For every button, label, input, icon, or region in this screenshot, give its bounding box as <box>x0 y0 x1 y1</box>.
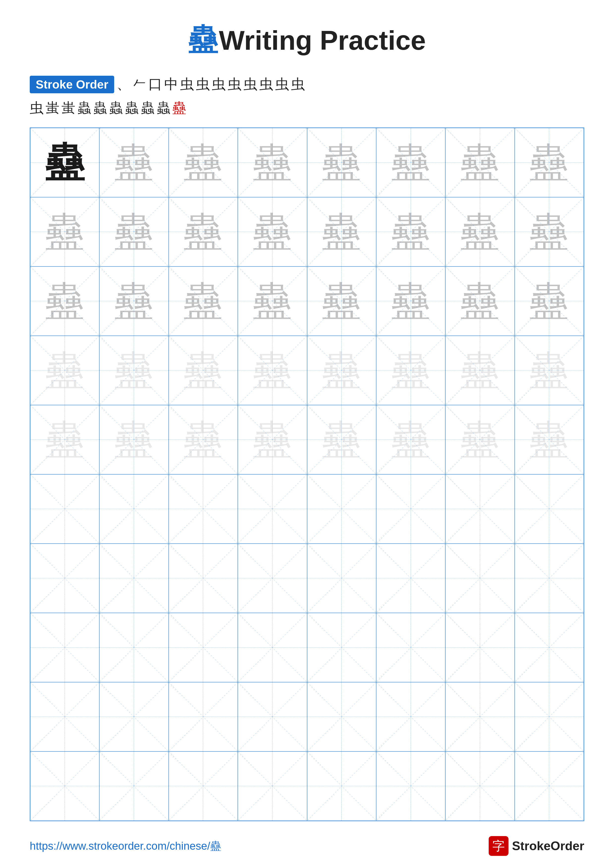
svg-line-120 <box>307 613 376 682</box>
grid-cell-r10c3[interactable] <box>169 752 238 821</box>
grid-cell-r1c3[interactable]: 蠱 <box>169 128 238 197</box>
grid-cell-r2c1[interactable]: 蠱 <box>30 197 99 267</box>
grid-cell-r9c4[interactable] <box>238 682 307 752</box>
grid-cell-r6c1[interactable] <box>30 474 99 544</box>
grid-cell-r5c7[interactable]: 蠱 <box>445 405 515 474</box>
svg-line-138 <box>376 682 445 751</box>
grid-cell-r4c2[interactable]: 蠱 <box>99 336 168 405</box>
grid-cell-r10c1[interactable] <box>30 752 99 821</box>
grid-cell-r10c8[interactable] <box>515 752 584 821</box>
grid-cell-r3c7[interactable]: 蠱 <box>445 267 515 336</box>
practice-char-guide: 蠱 <box>322 212 361 252</box>
grid-cell-r6c6[interactable] <box>376 474 445 544</box>
grid-cell-r2c7[interactable]: 蠱 <box>445 197 515 267</box>
grid-cell-r5c5[interactable]: 蠱 <box>307 405 376 474</box>
grid-cell-r5c8[interactable]: 蠱 <box>515 405 584 474</box>
svg-line-114 <box>99 613 168 682</box>
grid-cell-r8c5[interactable] <box>307 613 376 682</box>
svg-line-152 <box>307 752 376 820</box>
grid-cell-r2c4[interactable]: 蠱 <box>238 197 307 267</box>
grid-cell-r1c4[interactable]: 蠱 <box>238 128 307 197</box>
grid-cell-r5c2[interactable]: 蠱 <box>99 405 168 474</box>
svg-line-111 <box>515 544 583 613</box>
grid-cell-r7c2[interactable] <box>99 544 168 613</box>
practice-char-guide: 蠱 <box>45 212 85 252</box>
grid-cell-r3c1[interactable]: 蠱 <box>30 267 99 336</box>
grid-cell-r4c7[interactable]: 蠱 <box>445 336 515 405</box>
grid-cell-r3c4[interactable]: 蠱 <box>238 267 307 336</box>
grid-cell-r5c6[interactable]: 蠱 <box>376 405 445 474</box>
svg-line-93 <box>446 474 514 543</box>
grid-cell-r7c4[interactable] <box>238 544 307 613</box>
grid-cell-r1c7[interactable]: 蠱 <box>445 128 515 197</box>
grid-cell-r9c2[interactable] <box>99 682 168 752</box>
grid-cell-r8c8[interactable] <box>515 613 584 682</box>
grid-cell-r7c6[interactable] <box>376 544 445 613</box>
grid-cell-r8c1[interactable] <box>30 613 99 682</box>
grid-cell-r3c2[interactable]: 蠱 <box>99 267 168 336</box>
grid-cell-r4c6[interactable]: 蠱 <box>376 336 445 405</box>
grid-cell-r2c8[interactable]: 蠱 <box>515 197 584 267</box>
grid-cell-r2c6[interactable]: 蠱 <box>376 197 445 267</box>
grid-cell-r7c1[interactable] <box>30 544 99 613</box>
grid-cell-r7c3[interactable] <box>169 544 238 613</box>
brand-icon: 字 <box>489 836 508 856</box>
svg-line-80 <box>31 474 99 543</box>
grid-cell-r7c8[interactable] <box>515 544 584 613</box>
grid-cell-r1c6[interactable]: 蠱 <box>376 128 445 197</box>
practice-char-guide: 蠱 <box>183 281 223 321</box>
grid-cell-r1c8[interactable]: 蠱 <box>515 128 584 197</box>
grid-cell-r4c1[interactable]: 蠱 <box>30 336 99 405</box>
grid-cell-r8c6[interactable] <box>376 613 445 682</box>
grid-cell-r2c2[interactable]: 蠱 <box>99 197 168 267</box>
grid-cell-r6c3[interactable] <box>169 474 238 544</box>
grid-cell-r7c7[interactable] <box>445 544 515 613</box>
grid-cell-r1c1[interactable]: 蠱 <box>30 128 99 197</box>
practice-grid[interactable]: 蠱 蠱 蠱 蠱 蠱 蠱 蠱 蠱 <box>30 127 584 821</box>
grid-cell-r9c5[interactable] <box>307 682 376 752</box>
grid-cell-r10c6[interactable] <box>376 752 445 821</box>
grid-cell-r6c7[interactable] <box>445 474 515 544</box>
grid-cell-r2c3[interactable]: 蠱 <box>169 197 238 267</box>
grid-cell-r8c4[interactable] <box>238 613 307 682</box>
grid-cell-r4c8[interactable]: 蠱 <box>515 336 584 405</box>
grid-cell-r5c4[interactable]: 蠱 <box>238 405 307 474</box>
grid-cell-r6c5[interactable] <box>307 474 376 544</box>
grid-cell-r9c7[interactable] <box>445 682 515 752</box>
grid-cell-r8c3[interactable] <box>169 613 238 682</box>
svg-line-84 <box>169 474 238 543</box>
grid-cell-r6c8[interactable] <box>515 474 584 544</box>
grid-cell-r8c2[interactable] <box>99 613 168 682</box>
practice-char-guide: 蠱 <box>529 212 569 252</box>
grid-cell-r5c3[interactable]: 蠱 <box>169 405 238 474</box>
grid-cell-r10c5[interactable] <box>307 752 376 821</box>
grid-cell-r6c2[interactable] <box>99 474 168 544</box>
practice-char-main: 蠱 <box>45 143 85 182</box>
grid-cell-r1c2[interactable]: 蠱 <box>99 128 168 197</box>
grid-cell-r8c7[interactable] <box>445 613 515 682</box>
footer-brand: 字 StrokeOrder <box>489 836 584 856</box>
grid-cell-r10c7[interactable] <box>445 752 515 821</box>
grid-cell-r3c3[interactable]: 蠱 <box>169 267 238 336</box>
grid-cell-r4c3[interactable]: 蠱 <box>169 336 238 405</box>
grid-cell-r3c8[interactable]: 蠱 <box>515 267 584 336</box>
stroke-s5: 虫 <box>180 75 194 94</box>
grid-cell-r9c3[interactable] <box>169 682 238 752</box>
grid-cell-r4c4[interactable]: 蠱 <box>238 336 307 405</box>
grid-cell-r6c4[interactable] <box>238 474 307 544</box>
grid-cell-r5c1[interactable]: 蠱 <box>30 405 99 474</box>
svg-line-102 <box>238 544 307 613</box>
grid-cell-r3c6[interactable]: 蠱 <box>376 267 445 336</box>
grid-cell-r10c4[interactable] <box>238 752 307 821</box>
grid-cell-r10c2[interactable] <box>99 752 168 821</box>
grid-cell-r1c5[interactable]: 蠱 <box>307 128 376 197</box>
footer-url[interactable]: https://www.strokeorder.com/chinese/蠱 <box>30 839 221 853</box>
grid-cell-r3c5[interactable]: 蠱 <box>307 267 376 336</box>
grid-cell-r7c5[interactable] <box>307 544 376 613</box>
grid-cell-r9c6[interactable] <box>376 682 445 752</box>
svg-line-117 <box>169 613 238 682</box>
grid-cell-r9c8[interactable] <box>515 682 584 752</box>
grid-cell-r2c5[interactable]: 蠱 <box>307 197 376 267</box>
grid-cell-r4c5[interactable]: 蠱 <box>307 336 376 405</box>
grid-cell-r9c1[interactable] <box>30 682 99 752</box>
